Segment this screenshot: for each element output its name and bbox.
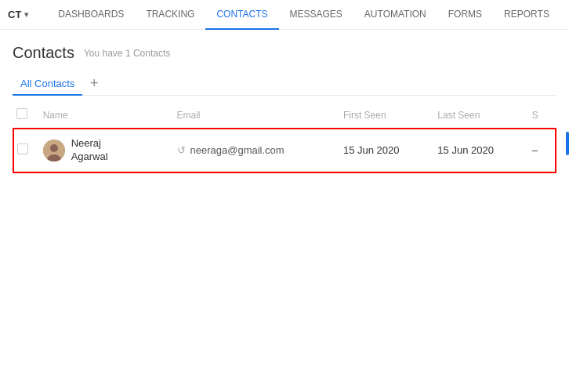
scroll-indicator [566,132,569,155]
nav-item-forms[interactable]: FORMS [437,1,493,30]
email-icon: ↺ [177,144,186,156]
table-row[interactable]: Neeraj Agarwal ↺ neeraga@gmail.com 15 Ju… [13,129,556,172]
contact-name: Neeraj Agarwal [71,137,108,164]
avatar [43,140,65,162]
logo-chevron-icon: ▾ [24,10,28,19]
table-header-row: Name Email First Seen Last Seen S [13,103,556,129]
nav-item-contacts[interactable]: CONTACTS [205,1,278,30]
nav-item-reports[interactable]: REPORTS [493,1,560,30]
nav-item-messages[interactable]: MESSAGES [279,1,353,30]
row-first-seen-cell: 15 Jun 2020 [337,129,431,172]
contacts-table: Name Email First Seen Last Seen S [13,103,556,173]
name-line2: Agarwal [71,151,108,164]
s-value: – [532,144,538,156]
logo-text: CT [8,9,21,20]
col-header-check [13,103,37,129]
col-header-last-seen: Last Seen [431,103,525,129]
col-header-first-seen: First Seen [337,103,431,129]
logo[interactable]: CT ▾ [3,9,33,20]
top-navigation: CT ▾ DASHBOARDS TRACKING CONTACTS MESSAG… [0,0,569,30]
tabs-row: All Contacts + [13,73,556,96]
name-line1: Neeraj [71,137,108,151]
row-email-cell: ↺ neeraga@gmail.com [171,129,337,172]
add-tab-button[interactable]: + [85,76,103,93]
nav-item-dashboards[interactable]: DASHBOARDS [47,1,135,30]
email-cell-content: ↺ neeraga@gmail.com [177,144,331,156]
page-title: Contacts [13,44,74,62]
row-last-seen-cell: 15 Jun 2020 [431,129,525,172]
last-seen-date: 15 Jun 2020 [437,144,494,156]
first-seen-date: 15 Jun 2020 [343,144,400,156]
page-header: Contacts You have 1 Contacts [13,44,556,62]
select-all-checkbox[interactable] [16,108,27,119]
tab-all-contacts[interactable]: All Contacts [13,73,82,96]
col-header-s: S [526,103,556,129]
row-s-cell: – [526,129,556,172]
contact-count: You have 1 Contacts [84,48,170,59]
row-checkbox-cell [13,129,37,172]
name-cell-content: Neeraj Agarwal [43,137,165,164]
row-name-cell: Neeraj Agarwal [37,129,171,172]
nav-item-tracking[interactable]: TRACKING [135,1,205,30]
row-checkbox[interactable] [17,143,28,154]
col-header-email: Email [171,103,337,129]
svg-point-1 [50,144,58,152]
nav-item-automation[interactable]: AUTOMATION [353,1,437,30]
col-header-name: Name [37,103,171,129]
page-content: Contacts You have 1 Contacts All Contact… [0,30,569,173]
nav-items: DASHBOARDS TRACKING CONTACTS MESSAGES AU… [47,0,560,29]
contact-email: neeraga@gmail.com [190,144,284,156]
